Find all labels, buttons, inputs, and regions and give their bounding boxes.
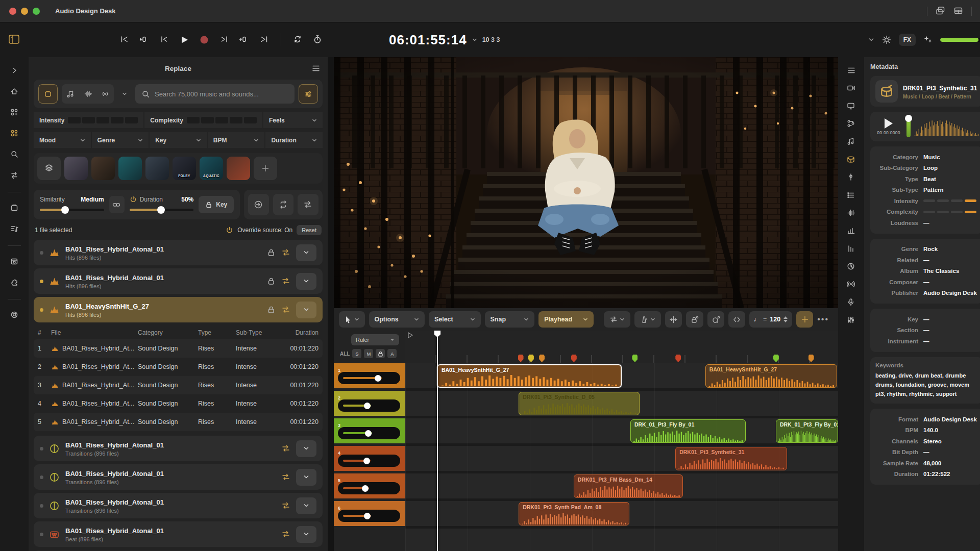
track-header[interactable]: 6: [334, 501, 405, 526]
timeline-marker[interactable]: [528, 355, 534, 362]
expand-button[interactable]: [296, 244, 316, 261]
table-row[interactable]: 2 BA01_Rises_Hybrid_At... Sound DesignRi…: [34, 358, 323, 376]
intensity-filter[interactable]: Intensity: [34, 112, 143, 128]
loop-replace-button[interactable]: [273, 194, 294, 215]
go-to-end-button[interactable]: [258, 34, 270, 46]
menu-icon[interactable]: [846, 65, 855, 74]
track-volume-slider[interactable]: [338, 482, 400, 494]
track-volume-slider[interactable]: [338, 510, 400, 522]
music-note-icon[interactable]: [846, 137, 855, 146]
timeline-marker[interactable]: [571, 355, 577, 362]
collection-thumbnail[interactable]: AQUATIC: [200, 157, 223, 180]
layers-icon[interactable]: [37, 157, 61, 180]
tempo-control[interactable]: ♩=120: [749, 311, 793, 328]
replace-slot-item[interactable]: BA01_Rises_Hybrid_Atonal_01Transitions (…: [34, 493, 323, 518]
track-volume-slider[interactable]: [338, 372, 400, 384]
power-icon[interactable]: [130, 196, 137, 203]
swap-icon[interactable]: [9, 170, 19, 180]
similarity-slider[interactable]: [40, 206, 104, 214]
timeline-marker[interactable]: [773, 355, 779, 362]
sidebar-toggle-icon[interactable]: [8, 34, 20, 45]
mute-all-button[interactable]: M: [364, 349, 373, 358]
align-clips-button[interactable]: [665, 311, 682, 328]
list-icon[interactable]: [846, 190, 855, 199]
ai-sparkles-icon[interactable]: [923, 35, 933, 45]
library-grid-icon[interactable]: [9, 128, 19, 138]
shuffle-replace-button[interactable]: [298, 194, 318, 215]
link-icon[interactable]: [109, 196, 125, 213]
replace-slot-item[interactable]: BA01_Rises_Hybrid_Atonal_01Beat (896 fil…: [34, 521, 323, 547]
swap-icon[interactable]: [281, 444, 290, 453]
track-header[interactable]: 3: [334, 418, 405, 443]
audio-clip[interactable]: DRK01_Pt3_Synthetic_D_05: [519, 392, 640, 415]
sfx-filter-button[interactable]: [79, 84, 96, 104]
filter-dropdown[interactable]: Genre: [92, 132, 149, 148]
expand-button[interactable]: [296, 440, 316, 457]
fader-icon[interactable]: [846, 172, 855, 182]
options-dropdown[interactable]: Options: [369, 311, 425, 328]
loop-button[interactable]: [292, 34, 304, 46]
more-options-button[interactable]: •••: [817, 315, 833, 324]
marker-back-button[interactable]: [138, 34, 151, 46]
level-bar[interactable]: [923, 199, 978, 202]
track-header[interactable]: 1: [334, 363, 405, 388]
timeline-marker[interactable]: [539, 355, 545, 362]
filter-dropdown[interactable]: Duration: [265, 132, 323, 148]
microphone-icon[interactable]: [846, 297, 855, 307]
filter-settings-button[interactable]: [299, 84, 318, 104]
metronome-dropdown[interactable]: [634, 311, 661, 328]
expand-button[interactable]: [296, 273, 316, 290]
duration-slider[interactable]: [130, 206, 194, 214]
auto-replace-button[interactable]: [248, 194, 269, 215]
timeline-ruler[interactable]: [405, 331, 838, 363]
track-volume-slider[interactable]: [338, 455, 400, 467]
reset-button[interactable]: Reset: [297, 225, 322, 235]
layout-grid-icon[interactable]: [953, 6, 963, 16]
collection-thumbnail[interactable]: [145, 157, 169, 180]
chevron-down-icon[interactable]: [472, 37, 477, 42]
waveform-icon[interactable]: [846, 208, 855, 217]
level-bar[interactable]: [923, 211, 978, 213]
swap-icon[interactable]: [281, 305, 290, 314]
playhead-line[interactable]: [437, 331, 438, 551]
music-filter-button[interactable]: [62, 84, 79, 104]
replace-slot-item[interactable]: BA01_Rises_Hybrid_Atonal_01Hits (896 fil…: [34, 268, 323, 294]
file-card[interactable]: DRK01_Pt3_Synthetic_31Music / Loop / Bea…: [870, 76, 980, 107]
record-button[interactable]: [198, 34, 210, 46]
feels-dropdown[interactable]: Feels: [263, 112, 323, 128]
audio-clip[interactable]: BA01_HeavySnthHit_G_27: [437, 364, 622, 388]
swap-icon[interactable]: [281, 248, 290, 257]
nudge-button[interactable]: [728, 311, 745, 328]
swap-icon[interactable]: [281, 530, 290, 539]
playhead-dropdown[interactable]: Playhead: [538, 311, 593, 328]
table-row[interactable]: 3 BA01_Rises_Hybrid_At... Sound DesignRi…: [34, 376, 323, 394]
panel-menu-icon[interactable]: [311, 64, 321, 73]
preview-waveform[interactable]: [914, 117, 979, 136]
broadcast-filter-button[interactable]: [96, 84, 114, 104]
quantize-button[interactable]: [707, 311, 724, 328]
swap-icon[interactable]: [281, 472, 290, 482]
audio-clip[interactable]: BA01_HeavySnthHit_G_27: [705, 364, 838, 388]
marker-forward-button[interactable]: [238, 34, 250, 46]
solo-all-button[interactable]: S: [352, 349, 361, 358]
ruler-dropdown[interactable]: Ruler: [351, 334, 399, 345]
expand-panel-icon[interactable]: [9, 65, 19, 76]
pie-icon[interactable]: [846, 262, 855, 271]
expand-button[interactable]: [296, 302, 316, 318]
collection-thumbnail[interactable]: [91, 157, 115, 180]
expand-button[interactable]: [296, 497, 316, 514]
expand-button[interactable]: [296, 526, 316, 543]
swap-icon[interactable]: [281, 277, 290, 286]
lock-icon[interactable]: [267, 248, 276, 257]
collection-thumbnail[interactable]: [118, 157, 142, 180]
traffic-light-button[interactable]: [33, 8, 40, 15]
audio-clip[interactable]: DRK01_Pt3_FM Bass_Dm_14: [574, 474, 683, 498]
drum-icon[interactable]: [846, 155, 855, 164]
play-button[interactable]: [178, 34, 190, 46]
drawer-icon[interactable]: [9, 203, 19, 213]
traffic-light-button[interactable]: [9, 8, 16, 15]
video-camera-icon[interactable]: [846, 83, 855, 92]
source-drawer-button[interactable]: [38, 84, 58, 104]
support-icon[interactable]: [9, 310, 19, 320]
replace-slot-item[interactable]: BA01_Rises_Hybrid_Atonal_01Transitions (…: [34, 436, 323, 461]
